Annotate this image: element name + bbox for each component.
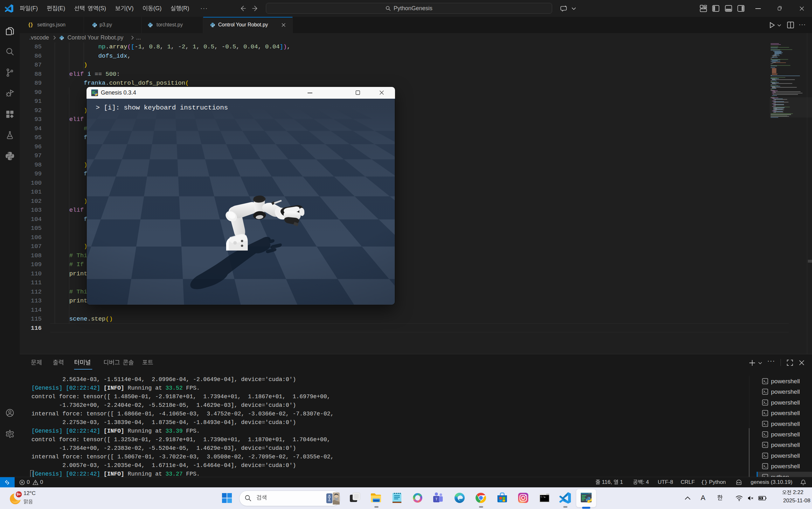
svg-text:9+: 9+ — [16, 492, 21, 497]
svg-text:T: T — [435, 497, 438, 501]
